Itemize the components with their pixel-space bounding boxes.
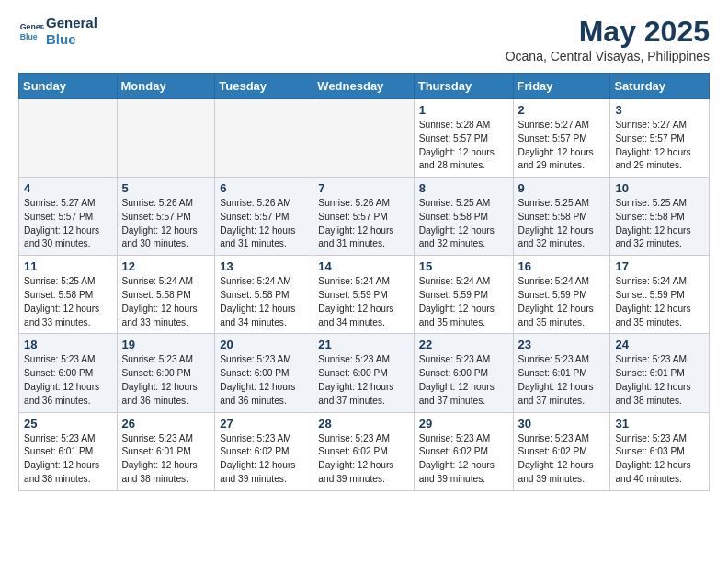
day-info: Sunrise: 5:26 AMSunset: 5:57 PMDaylight:… — [122, 197, 210, 251]
day-number: 2 — [518, 103, 606, 117]
day-info: Sunrise: 5:23 AMSunset: 6:02 PMDaylight:… — [518, 432, 606, 487]
subtitle: Ocana, Central Visayas, Philippines — [506, 49, 710, 63]
week-row-5: 25Sunrise: 5:23 AMSunset: 6:01 PMDayligh… — [19, 412, 710, 490]
calendar-cell: 11Sunrise: 5:25 AMSunset: 5:58 PMDayligh… — [19, 256, 118, 334]
day-number: 19 — [122, 338, 210, 351]
calendar-cell: 8Sunrise: 5:25 AMSunset: 5:58 PMDaylight… — [414, 178, 513, 256]
page: General Blue General Blue May 2025 Ocana… — [0, 0, 728, 506]
weekday-thursday: Thursday — [414, 74, 513, 99]
day-number: 29 — [419, 417, 508, 431]
day-info: Sunrise: 5:23 AMSunset: 6:02 PMDaylight:… — [419, 432, 508, 487]
calendar-cell: 3Sunrise: 5:27 AMSunset: 5:57 PMDaylight… — [610, 99, 710, 178]
day-info: Sunrise: 5:25 AMSunset: 5:58 PMDaylight:… — [419, 197, 508, 251]
day-info: Sunrise: 5:25 AMSunset: 5:58 PMDaylight:… — [24, 275, 112, 329]
day-number: 15 — [419, 259, 508, 273]
day-info: Sunrise: 5:23 AMSunset: 6:01 PMDaylight:… — [24, 432, 112, 487]
day-number: 25 — [24, 417, 112, 431]
header: General Blue General Blue May 2025 Ocana… — [18, 15, 710, 63]
day-number: 23 — [518, 338, 606, 351]
calendar-cell: 21Sunrise: 5:23 AMSunset: 6:00 PMDayligh… — [313, 334, 414, 412]
day-number: 20 — [220, 338, 308, 351]
calendar-cell: 22Sunrise: 5:23 AMSunset: 6:00 PMDayligh… — [414, 334, 513, 412]
calendar-cell: 7Sunrise: 5:26 AMSunset: 5:57 PMDaylight… — [313, 178, 414, 256]
day-info: Sunrise: 5:23 AMSunset: 6:00 PMDaylight:… — [122, 353, 210, 408]
title-block: May 2025 Ocana, Central Visayas, Philipp… — [506, 15, 710, 63]
logo: General Blue General Blue — [18, 15, 97, 48]
calendar-cell: 19Sunrise: 5:23 AMSunset: 6:00 PMDayligh… — [117, 334, 215, 412]
day-number: 22 — [419, 338, 508, 351]
calendar-cell: 4Sunrise: 5:27 AMSunset: 5:57 PMDaylight… — [19, 178, 118, 256]
calendar-cell — [215, 99, 313, 178]
calendar-cell — [117, 99, 215, 178]
day-number: 13 — [220, 259, 308, 273]
day-info: Sunrise: 5:24 AMSunset: 5:59 PMDaylight:… — [518, 275, 606, 329]
calendar-cell: 14Sunrise: 5:24 AMSunset: 5:59 PMDayligh… — [313, 256, 414, 334]
day-info: Sunrise: 5:26 AMSunset: 5:57 PMDaylight:… — [318, 197, 408, 251]
day-info: Sunrise: 5:24 AMSunset: 5:59 PMDaylight:… — [318, 275, 408, 329]
svg-text:Blue: Blue — [20, 32, 38, 41]
calendar-cell: 25Sunrise: 5:23 AMSunset: 6:01 PMDayligh… — [19, 412, 118, 490]
day-info: Sunrise: 5:25 AMSunset: 5:58 PMDaylight:… — [615, 197, 704, 251]
day-number: 28 — [318, 417, 408, 431]
day-number: 12 — [122, 259, 210, 273]
weekday-saturday: Saturday — [610, 74, 710, 99]
day-number: 6 — [220, 181, 308, 195]
day-info: Sunrise: 5:27 AMSunset: 5:57 PMDaylight:… — [518, 119, 606, 173]
day-number: 10 — [615, 181, 704, 195]
day-info: Sunrise: 5:23 AMSunset: 6:01 PMDaylight:… — [615, 353, 704, 408]
calendar-cell: 30Sunrise: 5:23 AMSunset: 6:02 PMDayligh… — [513, 412, 610, 490]
day-number: 4 — [24, 181, 112, 195]
weekday-header-row: SundayMondayTuesdayWednesdayThursdayFrid… — [19, 74, 710, 99]
calendar-cell: 27Sunrise: 5:23 AMSunset: 6:02 PMDayligh… — [215, 412, 313, 490]
day-info: Sunrise: 5:23 AMSunset: 6:01 PMDaylight:… — [518, 353, 606, 408]
calendar-cell: 26Sunrise: 5:23 AMSunset: 6:01 PMDayligh… — [117, 412, 215, 490]
logo-line2: Blue — [46, 31, 97, 48]
day-number: 5 — [122, 181, 210, 195]
day-info: Sunrise: 5:23 AMSunset: 6:00 PMDaylight:… — [24, 353, 112, 408]
weekday-wednesday: Wednesday — [313, 74, 414, 99]
calendar-cell: 1Sunrise: 5:28 AMSunset: 5:57 PMDaylight… — [414, 99, 513, 178]
day-info: Sunrise: 5:24 AMSunset: 5:58 PMDaylight:… — [122, 275, 210, 329]
week-row-2: 4Sunrise: 5:27 AMSunset: 5:57 PMDaylight… — [19, 178, 710, 256]
calendar: SundayMondayTuesdayWednesdayThursdayFrid… — [18, 73, 710, 491]
day-info: Sunrise: 5:23 AMSunset: 6:02 PMDaylight:… — [318, 432, 408, 487]
calendar-cell: 5Sunrise: 5:26 AMSunset: 5:57 PMDaylight… — [117, 178, 215, 256]
week-row-3: 11Sunrise: 5:25 AMSunset: 5:58 PMDayligh… — [19, 256, 710, 334]
calendar-cell: 15Sunrise: 5:24 AMSunset: 5:59 PMDayligh… — [414, 256, 513, 334]
week-row-1: 1Sunrise: 5:28 AMSunset: 5:57 PMDaylight… — [19, 99, 710, 178]
calendar-cell: 24Sunrise: 5:23 AMSunset: 6:01 PMDayligh… — [610, 334, 710, 412]
weekday-sunday: Sunday — [19, 74, 118, 99]
day-number: 1 — [419, 103, 508, 117]
day-info: Sunrise: 5:24 AMSunset: 5:59 PMDaylight:… — [419, 275, 508, 329]
logo-text: General Blue — [46, 15, 97, 48]
calendar-cell: 16Sunrise: 5:24 AMSunset: 5:59 PMDayligh… — [513, 256, 610, 334]
day-number: 9 — [518, 181, 606, 195]
day-info: Sunrise: 5:23 AMSunset: 6:03 PMDaylight:… — [615, 432, 704, 487]
day-info: Sunrise: 5:24 AMSunset: 5:59 PMDaylight:… — [615, 275, 704, 329]
calendar-cell: 18Sunrise: 5:23 AMSunset: 6:00 PMDayligh… — [19, 334, 118, 412]
day-number: 31 — [615, 417, 704, 431]
day-number: 18 — [24, 338, 112, 351]
week-row-4: 18Sunrise: 5:23 AMSunset: 6:00 PMDayligh… — [19, 334, 710, 412]
calendar-cell: 12Sunrise: 5:24 AMSunset: 5:58 PMDayligh… — [117, 256, 215, 334]
calendar-cell — [313, 99, 414, 178]
day-number: 26 — [122, 417, 210, 431]
calendar-cell: 13Sunrise: 5:24 AMSunset: 5:58 PMDayligh… — [215, 256, 313, 334]
day-info: Sunrise: 5:24 AMSunset: 5:58 PMDaylight:… — [220, 275, 308, 329]
day-info: Sunrise: 5:23 AMSunset: 6:00 PMDaylight:… — [419, 353, 508, 408]
calendar-cell: 20Sunrise: 5:23 AMSunset: 6:00 PMDayligh… — [215, 334, 313, 412]
calendar-cell: 29Sunrise: 5:23 AMSunset: 6:02 PMDayligh… — [414, 412, 513, 490]
day-number: 21 — [318, 338, 408, 351]
calendar-cell: 31Sunrise: 5:23 AMSunset: 6:03 PMDayligh… — [610, 412, 710, 490]
weekday-friday: Friday — [513, 74, 610, 99]
day-info: Sunrise: 5:23 AMSunset: 6:02 PMDaylight:… — [220, 432, 308, 487]
day-info: Sunrise: 5:25 AMSunset: 5:58 PMDaylight:… — [518, 197, 606, 251]
calendar-cell: 2Sunrise: 5:27 AMSunset: 5:57 PMDaylight… — [513, 99, 610, 178]
weekday-monday: Monday — [117, 74, 215, 99]
day-number: 27 — [220, 417, 308, 431]
calendar-cell: 9Sunrise: 5:25 AMSunset: 5:58 PMDaylight… — [513, 178, 610, 256]
day-info: Sunrise: 5:23 AMSunset: 6:01 PMDaylight:… — [122, 432, 210, 487]
day-number: 7 — [318, 181, 408, 195]
day-number: 30 — [518, 417, 606, 431]
day-number: 17 — [615, 259, 704, 273]
